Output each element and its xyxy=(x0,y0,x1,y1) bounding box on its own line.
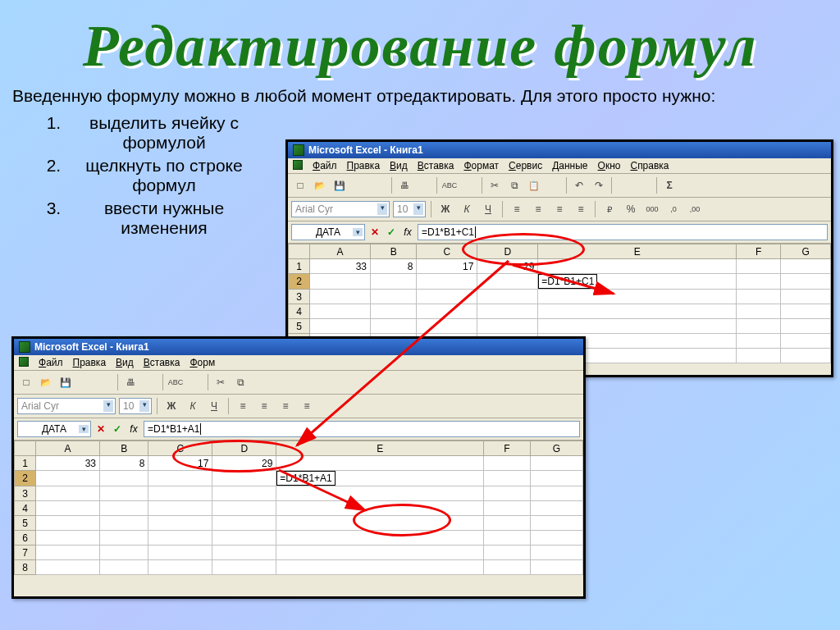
col-header[interactable]: B xyxy=(371,244,417,259)
col-header[interactable]: E xyxy=(276,441,484,456)
formula-ok-icon[interactable]: ✓ xyxy=(111,423,124,435)
underline-icon[interactable] xyxy=(205,397,223,415)
cell[interactable] xyxy=(737,274,781,290)
spreadsheet-grid[interactable]: A B C D E F G 1 33 8 17 29 2 =D1*B1+A1 xyxy=(14,441,583,575)
row-header[interactable]: 1 xyxy=(15,456,36,471)
align-left-icon[interactable] xyxy=(234,397,252,415)
toolbar-icon[interactable] xyxy=(370,176,388,194)
col-header[interactable]: B xyxy=(100,441,148,456)
font-name-combo[interactable]: Arial Cyr xyxy=(291,201,390,217)
cell[interactable] xyxy=(371,274,417,290)
align-center-icon[interactable] xyxy=(255,397,273,415)
cell[interactable] xyxy=(530,471,582,486)
toolbar-icon[interactable] xyxy=(415,176,433,194)
menu-help[interactable]: Справка xyxy=(630,160,669,171)
cell[interactable]: 29 xyxy=(212,456,276,471)
col-header[interactable]: D xyxy=(477,244,538,259)
font-name-combo[interactable]: Arial Cyr xyxy=(17,398,116,414)
cell[interactable] xyxy=(36,471,100,486)
toolbar-icon[interactable] xyxy=(141,373,159,391)
bold-icon[interactable] xyxy=(162,397,180,415)
cut-icon[interactable] xyxy=(486,176,504,194)
toolbar-icon[interactable] xyxy=(350,176,368,194)
row-header[interactable]: 2 xyxy=(15,471,36,486)
row-header[interactable]: 5 xyxy=(15,516,36,531)
spell-icon[interactable]: ABC xyxy=(441,176,459,194)
menu-edit[interactable]: Правка xyxy=(347,160,381,171)
undo-icon[interactable] xyxy=(570,176,588,194)
formula-input[interactable]: =D1*B1+A1 xyxy=(144,421,580,437)
cell[interactable] xyxy=(483,456,530,471)
col-header[interactable]: A xyxy=(310,244,371,259)
font-size-combo[interactable]: 10 xyxy=(393,201,426,217)
cell[interactable] xyxy=(100,471,148,486)
save-icon[interactable] xyxy=(57,373,75,391)
cut-icon[interactable] xyxy=(212,373,230,391)
open-icon[interactable] xyxy=(37,373,55,391)
formula-input[interactable]: =D1*B1+C1 xyxy=(418,224,828,240)
cell[interactable] xyxy=(477,274,538,290)
row-header[interactable]: 3 xyxy=(289,290,310,304)
menu-data[interactable]: Данные xyxy=(552,160,587,171)
merge-icon[interactable] xyxy=(572,200,590,218)
save-icon[interactable] xyxy=(331,176,349,194)
cell[interactable] xyxy=(781,274,831,290)
cell[interactable] xyxy=(417,274,477,290)
menu-view[interactable]: Вид xyxy=(390,160,408,171)
cell[interactable]: 33 xyxy=(310,259,371,274)
align-left-icon[interactable] xyxy=(508,200,526,218)
row-header[interactable]: 6 xyxy=(15,531,36,546)
underline-icon[interactable] xyxy=(479,200,497,218)
cell[interactable] xyxy=(310,274,371,290)
menu-format[interactable]: Формат xyxy=(463,160,499,171)
menu-service[interactable]: Сервис xyxy=(509,160,542,171)
toolbar-icon[interactable] xyxy=(186,373,204,391)
col-header[interactable]: D xyxy=(212,441,276,456)
new-icon[interactable] xyxy=(17,373,35,391)
bold-icon[interactable] xyxy=(436,200,454,218)
align-center-icon[interactable] xyxy=(529,200,547,218)
align-right-icon[interactable] xyxy=(276,397,294,415)
new-icon[interactable] xyxy=(291,176,309,194)
cell[interactable] xyxy=(538,259,737,274)
col-header[interactable]: A xyxy=(36,441,100,456)
cell[interactable] xyxy=(781,259,831,274)
formula-ok-icon[interactable]: ✓ xyxy=(385,226,398,238)
thousands-icon[interactable]: 000 xyxy=(643,200,661,218)
col-header[interactable]: G xyxy=(530,441,582,456)
row-header[interactable]: 5 xyxy=(289,319,310,334)
name-box[interactable]: ДАТА xyxy=(291,224,365,240)
print-icon[interactable] xyxy=(395,176,413,194)
align-right-icon[interactable] xyxy=(550,200,568,218)
cell[interactable] xyxy=(148,471,212,486)
copy-icon[interactable] xyxy=(505,176,523,194)
col-header[interactable]: G xyxy=(781,244,831,259)
select-all-corner[interactable] xyxy=(289,244,310,259)
autosum-icon[interactable] xyxy=(660,176,678,194)
cell[interactable] xyxy=(483,471,530,486)
toolbar-icon[interactable] xyxy=(635,176,653,194)
row-header[interactable]: 8 xyxy=(15,560,36,575)
col-header[interactable]: E xyxy=(538,244,737,259)
fx-icon[interactable]: fx xyxy=(401,226,414,238)
dec-decimal-icon[interactable]: ,00 xyxy=(686,200,704,218)
cell[interactable]: 17 xyxy=(417,259,477,274)
col-header[interactable]: C xyxy=(417,244,477,259)
col-header[interactable]: F xyxy=(737,244,781,259)
name-box[interactable]: ДАТА xyxy=(17,421,91,437)
font-size-combo[interactable]: 10 xyxy=(119,398,152,414)
menu-file[interactable]: Файл xyxy=(313,160,337,171)
menu-format[interactable]: Форм xyxy=(189,357,215,368)
copy-icon[interactable] xyxy=(231,373,249,391)
menu-view[interactable]: Вид xyxy=(116,357,134,368)
formula-cancel-icon[interactable]: ✕ xyxy=(94,423,107,435)
open-icon[interactable] xyxy=(311,176,329,194)
print-icon[interactable] xyxy=(121,373,139,391)
active-cell[interactable]: =D1*B1+C1 xyxy=(538,274,737,290)
paste-icon[interactable] xyxy=(525,176,543,194)
active-cell[interactable]: =D1*B1+A1 xyxy=(276,471,484,486)
toolbar-icon[interactable] xyxy=(680,176,698,194)
menu-insert[interactable]: Вставка xyxy=(144,357,180,368)
cell[interactable]: 29 xyxy=(477,259,538,274)
spell-icon[interactable]: ABC xyxy=(167,373,185,391)
